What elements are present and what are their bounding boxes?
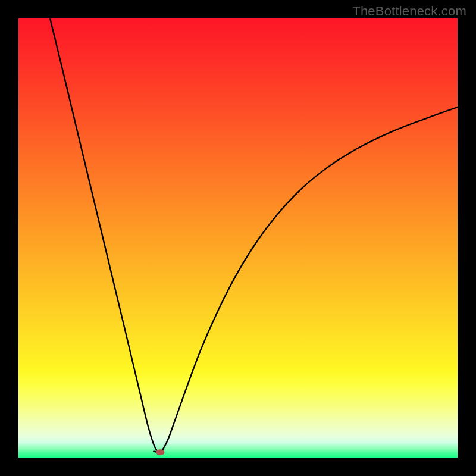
watermark-text: TheBottleneck.com <box>352 4 466 19</box>
plot-area <box>18 18 458 458</box>
chart-svg <box>18 18 458 458</box>
marker-dot <box>156 449 164 455</box>
chart-frame: TheBottleneck.com <box>0 0 476 476</box>
gradient-background <box>18 18 458 458</box>
